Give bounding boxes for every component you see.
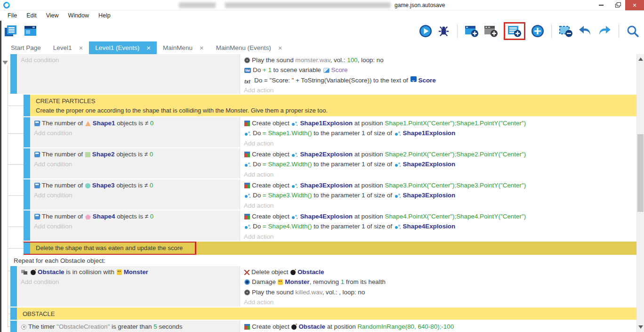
- action-line[interactable]: Do + 1 to scene variable Score: [244, 65, 636, 75]
- conditions-cell[interactable]: The number of Shape4 objects is ≠ 0Add c…: [30, 211, 240, 241]
- action-line[interactable]: Create object Shape4Explosion at positio…: [244, 211, 636, 221]
- action-line[interactable]: Do = "Score: " + ToString(Variable(Score…: [244, 75, 636, 85]
- condition-line[interactable]: The timer "ObstacleCreation" is greater …: [21, 322, 240, 332]
- project-manager-icon[interactable]: [4, 24, 18, 38]
- add-action-link[interactable]: Add action: [244, 232, 636, 241]
- maximize-icon[interactable]: [609, 0, 625, 10]
- conditions-cell[interactable]: The number of Shape2 objects is ≠ 0Add c…: [30, 148, 240, 178]
- action-line[interactable]: Create object Shape3Explosion at positio…: [244, 180, 636, 190]
- add-new-icon[interactable]: [531, 24, 544, 38]
- add-condition-link[interactable]: Add condition: [21, 277, 240, 287]
- action-line[interactable]: Do = Shape2.Width() to the parameter 1 o…: [244, 159, 636, 169]
- add-condition-link[interactable]: Add condition: [34, 159, 240, 169]
- tab-level1-events-[interactable]: Level1 (Events)×: [89, 41, 157, 54]
- comment-row[interactable]: Delete the shape that was eaten and upda…: [24, 242, 636, 255]
- action-line[interactable]: Delete object Obstacle: [244, 267, 636, 277]
- actions-cell[interactable]: Play the sound monster.wav, vol.: 100, l…: [240, 54, 636, 94]
- actions-cell[interactable]: Create object Shape2Explosion at positio…: [240, 148, 636, 178]
- tab-close-icon[interactable]: ×: [79, 44, 83, 51]
- actions-cell[interactable]: Delete object ObstacleDamage Monster, re…: [240, 266, 636, 307]
- condition-line[interactable]: The number of Shape2 objects is ≠ 0: [34, 149, 240, 159]
- actions-cell[interactable]: Create object Shape4Explosion at positio…: [240, 211, 636, 241]
- event-row[interactable]: Add conditionPlay the sound monster.wav,…: [10, 54, 636, 94]
- menu-edit[interactable]: Edit: [22, 10, 41, 21]
- play-icon[interactable]: [419, 24, 432, 38]
- tab-mainmenu-events-[interactable]: MainMenu (Events)×: [210, 41, 289, 54]
- tab-level1[interactable]: Level1×: [47, 41, 89, 54]
- event-row[interactable]: The number of Shape1 objects is ≠ 0Add c…: [24, 117, 636, 147]
- tab-close-icon[interactable]: ×: [200, 44, 204, 51]
- foreach-header[interactable]: Repeat for each Obstacle object:: [10, 256, 636, 266]
- condition-line[interactable]: Obstacle is in collision with Monster: [21, 267, 240, 277]
- conditions-cell[interactable]: The timer "ObstacleCreation" is greater …: [17, 321, 240, 332]
- tab-mainmenu[interactable]: MainMenu×: [157, 41, 210, 54]
- tab-start-page[interactable]: Start Page: [5, 41, 47, 54]
- foreach-event-row[interactable]: Repeat for each Obstacle object:Obstacle…: [10, 256, 636, 307]
- action-line[interactable]: Do = Shape1.Width() to the parameter 1 o…: [244, 128, 636, 138]
- actions-cell[interactable]: Create object Obstacle at position Rando…: [240, 321, 636, 332]
- action-line[interactable]: Do = Shape4.Width() to the parameter 1 o…: [244, 221, 636, 231]
- add-external-layout-icon[interactable]: [484, 24, 498, 38]
- tab-close-icon[interactable]: ×: [278, 44, 282, 51]
- add-action-link[interactable]: Add action: [244, 138, 636, 147]
- add-condition-link[interactable]: Add condition: [21, 55, 240, 65]
- menu-help[interactable]: Help: [94, 10, 115, 21]
- event-row[interactable]: The number of Shape4 objects is ≠ 0Add c…: [24, 211, 636, 241]
- scroll-down-icon[interactable]: [638, 325, 643, 329]
- action-line[interactable]: Play the sound killed.wav, vol.: , loop:…: [244, 287, 636, 297]
- event-row[interactable]: The timer "ObstacleCreation" is greater …: [10, 321, 636, 332]
- condition-line[interactable]: The number of Shape4 objects is ≠ 0: [34, 211, 240, 221]
- gdevelop-logo-icon: [2, 0, 11, 9]
- comment-row[interactable]: OBSTACLE: [10, 308, 636, 320]
- redo-icon[interactable]: [597, 25, 612, 37]
- add-condition-link[interactable]: Add condition: [34, 128, 240, 138]
- shape-circle-icon: [85, 183, 90, 188]
- actions-cell[interactable]: Create object Shape1Explosion at positio…: [240, 117, 636, 147]
- vertical-scrollbar[interactable]: [636, 54, 644, 332]
- actions-cell[interactable]: Create object Shape3Explosion at positio…: [240, 179, 636, 210]
- scroll-up-icon[interactable]: [638, 57, 643, 61]
- comment-row[interactable]: CREATE PARTICLESCreate the proper one ac…: [24, 95, 636, 116]
- action-line[interactable]: Damage Monster, removing 1 from its heal…: [244, 277, 636, 287]
- seg-text: The number of: [42, 182, 85, 189]
- menu-view[interactable]: View: [41, 10, 64, 21]
- conditions-cell[interactable]: The number of Shape1 objects is ≠ 0Add c…: [30, 117, 240, 147]
- add-scene-icon[interactable]: [465, 24, 479, 38]
- scrollbar-thumb[interactable]: [637, 134, 644, 212]
- conditions-cell[interactable]: Obstacle is in collision with MonsterAdd…: [17, 266, 240, 307]
- add-action-link[interactable]: Add action: [244, 297, 636, 307]
- add-action-link[interactable]: Add action: [244, 170, 636, 178]
- event-indent-bar: [24, 117, 30, 147]
- add-action-link[interactable]: Add action: [244, 85, 636, 94]
- remove-selection-icon[interactable]: [559, 24, 573, 38]
- undo-icon[interactable]: [578, 25, 592, 37]
- debug-icon[interactable]: [437, 25, 450, 38]
- collapse-arrow-icon[interactable]: [2, 61, 8, 65]
- add-condition-link[interactable]: Add condition: [34, 221, 240, 231]
- seg-text: Damage: [252, 278, 277, 285]
- action-line[interactable]: Create object Shape1Explosion at positio…: [244, 118, 636, 128]
- action-line[interactable]: Play the sound monster.wav, vol.: 100, l…: [244, 55, 636, 65]
- conditions-cell[interactable]: The number of Shape3 objects is ≠ 0Add c…: [30, 179, 240, 210]
- minimize-icon[interactable]: [593, 0, 609, 10]
- add-external-events-icon[interactable]: [507, 24, 522, 38]
- action-line[interactable]: Create object Obstacle at position Rando…: [244, 322, 636, 332]
- add-condition-link[interactable]: Add condition: [34, 190, 240, 200]
- action-line[interactable]: Do = Shape3.Width() to the parameter 1 o…: [244, 190, 636, 200]
- seg-expr: Shape3.PointX("Center");Shape3.PointY("C…: [385, 182, 526, 189]
- event-row[interactable]: The number of Shape3 objects is ≠ 0Add c…: [24, 179, 636, 210]
- condition-line[interactable]: The number of Shape1 objects is ≠ 0: [34, 118, 240, 128]
- condition-line[interactable]: The number of Shape3 objects is ≠ 0: [34, 180, 240, 190]
- create-object-icon: [244, 324, 250, 330]
- action-line[interactable]: Create object Shape2Explosion at positio…: [244, 149, 636, 159]
- event-row[interactable]: The number of Shape2 objects is ≠ 0Add c…: [24, 148, 636, 178]
- menu-file[interactable]: File: [3, 10, 22, 21]
- search-icon[interactable]: [626, 24, 639, 38]
- scene-editor-icon[interactable]: [24, 24, 38, 38]
- tree-line: [8, 195, 24, 196]
- menu-window[interactable]: Window: [64, 10, 94, 21]
- close-icon[interactable]: ×: [625, 0, 644, 10]
- tab-close-icon[interactable]: ×: [146, 44, 151, 51]
- conditions-cell[interactable]: Add condition: [17, 54, 240, 94]
- add-action-link[interactable]: Add action: [244, 201, 636, 210]
